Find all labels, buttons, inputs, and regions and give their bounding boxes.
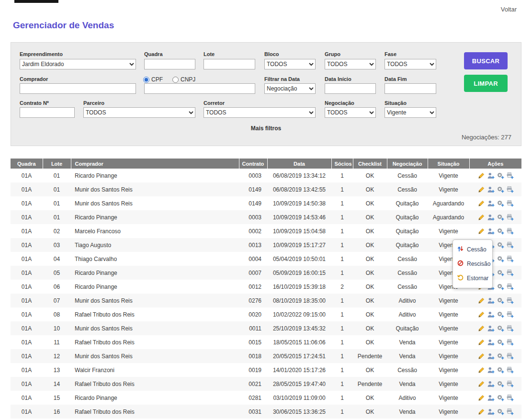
fase-select[interactable]: TODOS: [385, 59, 436, 69]
gear-add-icon[interactable]: [496, 227, 504, 235]
cpf-radio[interactable]: [143, 77, 149, 83]
context-item-cessao[interactable]: Cessão: [453, 242, 492, 257]
user-actions-icon[interactable]: [487, 199, 495, 207]
user-actions-icon[interactable]: [487, 310, 495, 318]
print-add-icon[interactable]: [506, 255, 514, 263]
cell-data: 30/06/2015 13:36:25: [267, 405, 331, 419]
back-link[interactable]: Voltar: [501, 6, 517, 13]
gear-add-icon[interactable]: [496, 185, 504, 193]
user-actions-icon[interactable]: [487, 185, 495, 193]
cell-negociacao: Cessão: [387, 266, 428, 280]
cell-lote: 01: [43, 169, 71, 182]
cell-quadra: 01A: [11, 196, 43, 210]
cell-checklist: OK: [353, 182, 387, 196]
gear-add-icon[interactable]: [496, 283, 504, 291]
print-add-icon[interactable]: [506, 199, 514, 207]
gear-add-icon[interactable]: [496, 324, 504, 332]
edit-icon[interactable]: [477, 352, 485, 360]
cnpj-radio[interactable]: [172, 77, 179, 83]
gear-add-icon[interactable]: [496, 171, 504, 180]
cpf-radio-option[interactable]: CPF: [143, 76, 163, 83]
edit-icon[interactable]: [477, 380, 485, 388]
print-add-icon[interactable]: [506, 283, 514, 291]
print-add-icon[interactable]: [506, 408, 514, 416]
user-actions-icon[interactable]: [487, 408, 495, 416]
print-add-icon[interactable]: [506, 185, 514, 193]
quadra-input[interactable]: [144, 59, 195, 69]
situacao-select[interactable]: Vigente: [385, 107, 436, 118]
gear-add-icon[interactable]: [496, 310, 504, 318]
print-add-icon[interactable]: [506, 171, 514, 180]
cell-comprador: Ricardo Pinange: [71, 391, 239, 405]
mais-filtros-link[interactable]: Mais filtros: [11, 125, 521, 132]
edit-icon[interactable]: [477, 171, 485, 180]
data-fim-input[interactable]: [385, 83, 436, 94]
user-actions-icon[interactable]: [487, 352, 495, 360]
edit-icon[interactable]: [477, 227, 485, 235]
user-actions-icon[interactable]: [487, 324, 495, 332]
edit-icon[interactable]: [477, 324, 485, 332]
edit-icon[interactable]: [477, 338, 485, 346]
gear-add-icon[interactable]: [496, 380, 504, 388]
documento-input[interactable]: [144, 83, 255, 94]
gear-add-icon[interactable]: [496, 394, 504, 402]
user-actions-icon[interactable]: [487, 227, 495, 235]
user-actions-icon[interactable]: [487, 366, 495, 374]
user-actions-icon[interactable]: [487, 213, 495, 221]
print-add-icon[interactable]: [506, 338, 514, 346]
negociacao-select[interactable]: TODOS: [325, 107, 376, 118]
user-actions-icon[interactable]: [487, 171, 495, 180]
gear-add-icon[interactable]: [496, 408, 504, 416]
edit-icon[interactable]: [477, 408, 485, 416]
print-add-icon[interactable]: [506, 310, 514, 318]
edit-icon[interactable]: [477, 213, 485, 221]
print-add-icon[interactable]: [506, 380, 514, 388]
filtrar-na-data-select[interactable]: Negociação: [264, 83, 316, 94]
edit-icon[interactable]: [477, 185, 485, 193]
edit-icon[interactable]: [477, 199, 485, 207]
limpar-button[interactable]: LIMPAR: [464, 75, 508, 92]
gear-add-icon[interactable]: [496, 352, 504, 360]
gear-add-icon[interactable]: [496, 241, 504, 249]
print-add-icon[interactable]: [506, 296, 514, 305]
empreendimento-select[interactable]: Jardim Eldorado: [20, 59, 136, 69]
comprador-input[interactable]: [20, 83, 136, 94]
lote-input[interactable]: [204, 59, 255, 69]
buscar-button[interactable]: BUSCAR: [464, 52, 508, 69]
corretor-select[interactable]: TODOS: [204, 107, 316, 118]
grupo-select[interactable]: TODOS: [325, 59, 376, 69]
context-item-estornar[interactable]: Estornar: [453, 271, 492, 285]
print-add-icon[interactable]: [506, 241, 514, 249]
print-add-icon[interactable]: [506, 352, 514, 360]
edit-icon[interactable]: [477, 296, 485, 305]
user-actions-icon[interactable]: [487, 380, 495, 388]
print-add-icon[interactable]: [506, 213, 514, 221]
cell-acoes: [469, 182, 521, 196]
edit-icon[interactable]: [477, 366, 485, 374]
gear-add-icon[interactable]: [496, 213, 504, 221]
gear-add-icon[interactable]: [496, 338, 504, 346]
edit-icon[interactable]: [477, 394, 485, 402]
cnpj-radio-option[interactable]: CNPJ: [172, 76, 195, 83]
fase-label: Fase: [385, 51, 396, 57]
contrato-input[interactable]: [20, 107, 75, 118]
context-item-rescisao[interactable]: Rescisão: [453, 257, 492, 271]
print-add-icon[interactable]: [506, 324, 514, 332]
print-add-icon[interactable]: [506, 394, 514, 402]
user-actions-icon[interactable]: [487, 394, 495, 402]
print-add-icon[interactable]: [506, 227, 514, 235]
print-add-icon[interactable]: [506, 366, 514, 374]
edit-icon[interactable]: [477, 310, 485, 318]
user-actions-icon[interactable]: [487, 338, 495, 346]
gear-add-icon[interactable]: [496, 366, 504, 374]
data-inicio-input[interactable]: [325, 83, 376, 94]
parceiro-select[interactable]: TODOS: [83, 107, 195, 118]
print-add-icon[interactable]: [506, 269, 514, 277]
bloco-select[interactable]: TODOS: [264, 59, 316, 69]
cell-acoes: [469, 169, 521, 182]
gear-add-icon[interactable]: [496, 296, 504, 305]
gear-add-icon[interactable]: [496, 269, 504, 277]
gear-add-icon[interactable]: [496, 199, 504, 207]
gear-add-icon[interactable]: [496, 255, 504, 263]
user-actions-icon[interactable]: [487, 296, 495, 305]
